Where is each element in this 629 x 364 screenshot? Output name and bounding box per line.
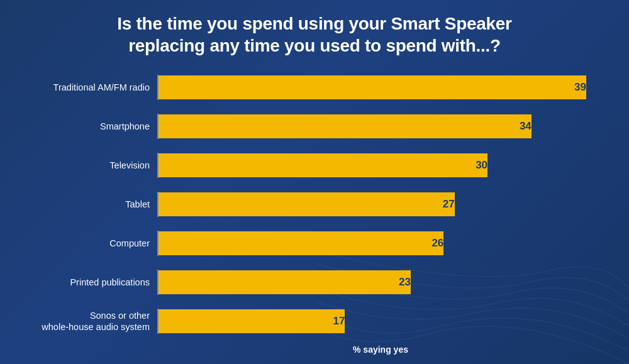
bar-label: Television	[25, 160, 157, 171]
bar-fill: 23	[159, 270, 411, 294]
bar-label: Traditional AM/FM radio	[25, 82, 157, 93]
bar-label: Computer	[25, 238, 157, 249]
bar-label: Printed publications	[25, 277, 157, 288]
bar-row: Television30	[25, 153, 610, 178]
bar-value: 30	[476, 159, 487, 172]
bar-value: 34	[520, 120, 532, 133]
bar-row: Smartphone34	[25, 114, 610, 139]
bar-value: 26	[431, 237, 443, 250]
bar-row: Computer26	[25, 231, 610, 256]
bar-row: Tablet27	[25, 192, 610, 217]
bar-value: 39	[574, 81, 586, 94]
bar-value: 27	[443, 198, 455, 211]
chart-area: Traditional AM/FM radio39Smartphone34Tel…	[19, 68, 610, 341]
bar-value: 17	[333, 315, 345, 328]
bar-fill: 27	[159, 192, 455, 216]
bar-row: Traditional AM/FM radio39	[25, 75, 610, 100]
bar-label: Sonos or otherwhole-house audio system	[25, 310, 157, 333]
bar-label: Tablet	[25, 199, 157, 210]
bar-track: 30	[157, 153, 610, 178]
bar-label: Smartphone	[25, 121, 157, 132]
bar-track: 17	[157, 309, 610, 334]
bar-fill: 30	[159, 153, 487, 177]
bar-row: Sonos or otherwhole-house audio system17	[25, 309, 610, 334]
bar-track: 26	[157, 231, 610, 256]
bar-track: 23	[157, 270, 610, 295]
title-line2: replacing any time you used to spend wit…	[128, 36, 501, 55]
bar-track: 39	[157, 75, 610, 100]
bar-track: 27	[157, 192, 610, 217]
bar-fill: 34	[159, 114, 532, 138]
bar-value: 23	[399, 276, 411, 289]
bar-fill: 26	[159, 231, 443, 255]
chart-container: Is the time you spend using your Smart S…	[0, 0, 629, 364]
bar-fill: 17	[159, 309, 345, 333]
bar-row: Printed publications23	[25, 270, 610, 295]
x-axis-label: % saying yes	[19, 345, 610, 355]
bar-fill: 39	[159, 75, 586, 99]
chart-title: Is the time you spend using your Smart S…	[19, 13, 610, 57]
bar-track: 34	[157, 114, 610, 139]
title-line1: Is the time you spend using your Smart S…	[117, 14, 511, 33]
